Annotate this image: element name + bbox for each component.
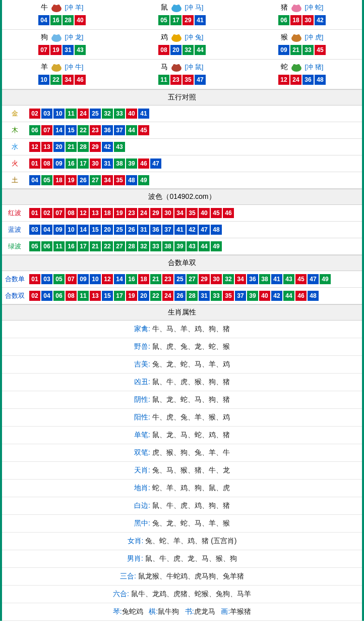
attr-label: 白边: — [134, 501, 150, 509]
number-ball: 37 — [114, 125, 125, 135]
zodiac-name: 羊 — [41, 63, 48, 72]
table-row: 绿波 05061116172122272832333839434449 — [2, 238, 362, 255]
wuxing-table: 金 02031011242532334041 木 060714152223363… — [2, 106, 362, 189]
zodiac-chong: [冲 虎] — [305, 33, 324, 42]
number-ball: 35 — [183, 75, 194, 85]
number-ball: 30 — [302, 15, 314, 25]
number-ball: 40 — [199, 208, 210, 218]
number-ball: 36 — [150, 225, 161, 235]
number-ball: 19 — [66, 175, 77, 185]
arts-row: 琴:兔蛇鸡 棋:鼠牛狗 书:虎龙马 画:羊猴猪 — [2, 603, 362, 621]
number-ball: 29 — [183, 15, 194, 25]
attr-value: 兔、蛇、羊、鸡、猪 (五宫肖) — [145, 537, 236, 545]
number-ball: 31 — [102, 159, 113, 169]
number-ball: 22 — [150, 291, 161, 301]
row-balls: 0102070812131819232429303435404546 — [27, 205, 362, 222]
zodiac-chong: [冲 牛] — [65, 63, 84, 72]
number-ball: 48 — [315, 75, 326, 85]
zodiac-name: 猴 — [281, 33, 288, 42]
row-balls: 02031011242532334041 — [27, 106, 362, 122]
zodiac-name: 牛 — [41, 3, 48, 12]
number-ball: 16 — [66, 159, 77, 169]
attr-label: 六合: — [113, 590, 129, 598]
svg-point-7 — [293, 5, 296, 8]
attr-value: 鼠、牛、虎、猴、狗、猪 — [152, 378, 230, 386]
number-ball: 20 — [53, 142, 65, 152]
svg-point-17 — [297, 34, 300, 37]
number-ball: 26 — [126, 225, 137, 235]
number-ball: 45 — [315, 45, 326, 55]
svg-point-22 — [173, 64, 176, 67]
number-ball: 09 — [53, 159, 65, 169]
svg-point-16 — [293, 34, 296, 37]
row-balls: 03040910141520252631363741424748 — [27, 222, 362, 238]
zodiac-balls: 07193143 — [2, 45, 122, 55]
svg-point-9 — [51, 35, 62, 42]
number-ball: 44 — [126, 125, 137, 135]
number-ball: 10 — [66, 225, 77, 235]
number-ball: 24 — [162, 291, 173, 301]
number-ball: 15 — [102, 291, 113, 301]
number-ball: 40 — [259, 291, 270, 301]
number-ball: 45 — [211, 208, 222, 218]
number-ball: 12 — [102, 274, 113, 284]
attr-row: 野兽: 鼠、虎、兔、龙、蛇、猴 — [2, 338, 362, 356]
svg-point-8 — [297, 5, 300, 8]
number-ball: 14 — [114, 274, 125, 284]
attr-row: 吉美: 兔、龙、蛇、马、羊、鸡 — [2, 356, 362, 374]
zodiac-cell: 狗 [冲 龙] 07193143 — [2, 30, 122, 60]
zodiac-chong: [冲 猪] — [305, 63, 324, 72]
zodiac-balls: 11233547 — [122, 75, 242, 85]
number-ball: 21 — [150, 274, 161, 284]
svg-point-2 — [57, 5, 60, 8]
number-ball: 33 — [211, 291, 222, 301]
svg-point-15 — [291, 35, 301, 42]
svg-point-12 — [171, 35, 181, 42]
number-ball: 03 — [41, 274, 52, 284]
row-label: 红波 — [2, 205, 27, 222]
number-ball: 45 — [138, 125, 149, 135]
number-ball: 36 — [247, 274, 258, 284]
number-ball: 21 — [290, 45, 301, 55]
svg-point-20 — [57, 64, 60, 67]
attr-value: 兔、马、猴、猪、牛、龙 — [152, 466, 230, 474]
zodiac-cell: 羊 [冲 牛] 10223446 — [2, 60, 122, 89]
attr-row: 女肖: 兔、蛇、羊、鸡、猪 (五宫肖) — [2, 533, 362, 550]
svg-point-18 — [51, 65, 62, 72]
attr-value: 鼠、牛、虎、鸡、狗、猪 — [152, 501, 230, 509]
attr-value: 虎、猴、狗、兔、羊、牛 — [152, 448, 230, 456]
number-ball: 30 — [162, 208, 173, 218]
svg-point-24 — [291, 65, 301, 72]
number-ball: 05 — [29, 241, 40, 251]
attr-label: 吉美: — [134, 360, 150, 368]
row-balls: 0204060811131517192022242628313335373940… — [27, 288, 362, 304]
attr-value: 鼠、牛、虎、龙、马、猴、狗 — [145, 554, 237, 562]
number-ball: 39 — [247, 291, 258, 301]
number-ball: 29 — [199, 274, 210, 284]
number-ball: 16 — [126, 274, 137, 284]
arts-label: 琴: — [113, 607, 122, 615]
attr-value: 鼠牛、龙鸡、虎猪、蛇猴、兔狗、马羊 — [131, 590, 251, 598]
number-ball: 13 — [90, 208, 101, 218]
zodiac-name: 马 — [161, 63, 168, 72]
pig-icon — [289, 2, 304, 13]
attr-label: 野兽: — [134, 342, 150, 350]
number-ball: 17 — [78, 241, 89, 251]
table-row: 水 1213202128294243 — [2, 139, 362, 155]
number-ball: 05 — [158, 15, 169, 25]
number-ball: 21 — [90, 241, 101, 251]
number-ball: 20 — [102, 225, 113, 235]
number-ball: 08 — [66, 208, 77, 218]
number-ball: 07 — [38, 45, 49, 55]
number-ball: 38 — [114, 159, 125, 169]
attr-label: 三合: — [120, 572, 136, 580]
svg-point-14 — [177, 34, 180, 37]
number-ball: 12 — [78, 208, 89, 218]
number-ball: 26 — [174, 291, 186, 301]
number-ball: 32 — [138, 241, 149, 251]
number-ball: 20 — [138, 291, 149, 301]
number-ball: 18 — [102, 208, 113, 218]
svg-point-6 — [291, 5, 301, 12]
number-ball: 09 — [78, 274, 89, 284]
zodiac-chong: [冲 蛇] — [305, 3, 324, 12]
